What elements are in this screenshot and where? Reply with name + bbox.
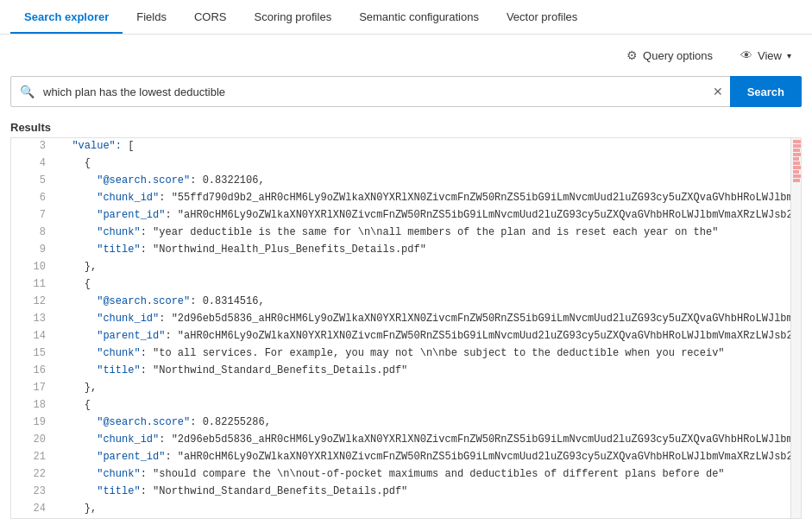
search-icon: 🔍 (11, 85, 43, 98)
table-row: 20 "chunk_id": "2d96eb5d5836_aHR0cHM6Ly9… (11, 432, 790, 449)
scroll-marks (791, 138, 801, 183)
query-options-button[interactable]: ⚙ Query options (620, 45, 720, 66)
table-row: 12 "@search.score": 0.8314516, (11, 294, 790, 311)
table-row: 3 "value": [ (11, 138, 790, 155)
scroll-preview (790, 138, 801, 518)
chevron-down-icon: ▾ (787, 51, 791, 60)
gear-icon: ⚙ (626, 48, 638, 62)
toolbar: ⚙ Query options 👁 View ▾ (0, 35, 812, 76)
tab-search-explorer[interactable]: Search explorer (10, 2, 123, 34)
table-row: 21 "parent_id": "aHR0cHM6Ly9oZWlkaXN0YXR… (11, 449, 790, 466)
table-row: 9 "title": "Northwind_Health_Plus_Benefi… (11, 242, 790, 259)
table-row: 13 "chunk_id": "2d96eb5d5836_aHR0cHM6Ly9… (11, 311, 790, 328)
tab-fields[interactable]: Fields (123, 2, 180, 34)
table-row: 8 "chunk": "year deductible is the same … (11, 225, 790, 242)
tab-semantic-configurations[interactable]: Semantic configurations (345, 2, 493, 34)
json-viewer[interactable]: 3 "value": [4 {5 "@search.score": 0.8322… (11, 138, 790, 518)
table-row: 11 { (11, 276, 790, 294)
table-row: 14 "parent_id": "aHR0cHM6Ly9oZWlkaXN0YXR… (11, 328, 790, 345)
table-row: 22 "chunk": "should compare the \n\nout-… (11, 466, 790, 484)
table-row: 16 "title": "Northwind_Standard_Benefits… (11, 363, 790, 380)
table-row: 17 }, (11, 380, 790, 397)
tab-vector-profiles[interactable]: Vector profiles (493, 2, 591, 34)
tab-scoring-profiles[interactable]: Scoring profiles (241, 2, 346, 34)
table-row: 4 { (11, 155, 790, 173)
table-row: 15 "chunk": "to all services. For exampl… (11, 345, 790, 363)
table-row: 10 }, (11, 259, 790, 276)
search-button[interactable]: Search (730, 76, 802, 107)
results-container: 3 "value": [4 {5 "@search.score": 0.8322… (10, 137, 802, 519)
tab-bar: Search explorer Fields CORS Scoring prof… (0, 0, 812, 35)
eye-icon: 👁 (740, 48, 752, 62)
view-button[interactable]: 👁 View ▾ (733, 45, 798, 66)
query-options-label: Query options (643, 49, 713, 62)
table-row: 7 "parent_id": "aHR0cHM6Ly9oZWlkaXN0YXRl… (11, 207, 790, 225)
table-row: 18 { (11, 397, 790, 414)
table-row: 24 }, (11, 501, 790, 518)
table-row: 5 "@search.score": 0.8322106, (11, 173, 790, 190)
table-row: 19 "@search.score": 0.82255286, (11, 414, 790, 432)
table-row: 23 "title": "Northwind_Standard_Benefits… (11, 484, 790, 501)
clear-search-button[interactable]: ✕ (706, 85, 730, 98)
view-label: View (758, 49, 782, 62)
results-label: Results (0, 117, 812, 137)
search-bar: 🔍 ✕ Search (10, 76, 802, 107)
search-input[interactable] (43, 77, 706, 106)
table-row: 6 "chunk_id": "55ffd790d9b2_aHR0cHM6Ly9o… (11, 190, 790, 207)
tab-cors[interactable]: CORS (180, 2, 241, 34)
